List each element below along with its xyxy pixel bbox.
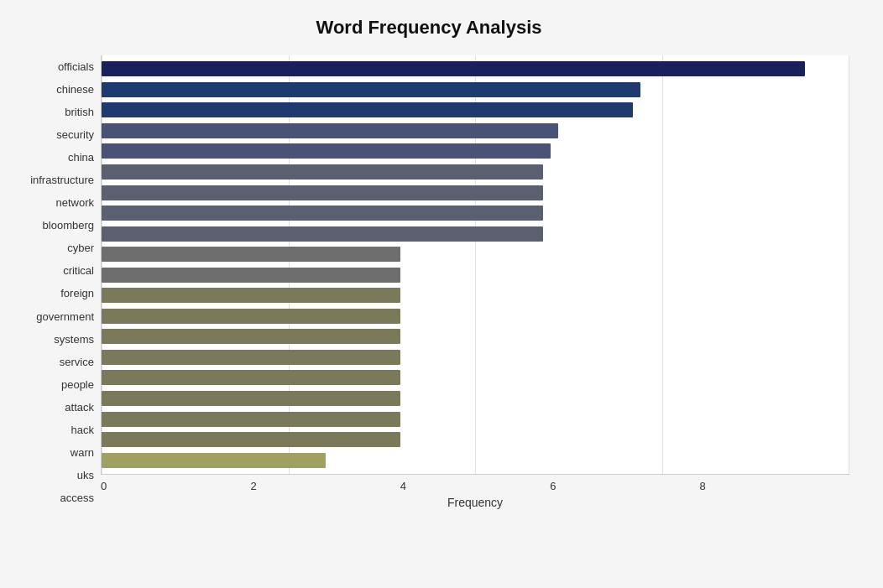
bar bbox=[102, 82, 640, 97]
bar-row bbox=[102, 451, 849, 470]
x-axis-labels: 02468 bbox=[101, 480, 849, 492]
grid-and-bars bbox=[101, 55, 849, 475]
bar-row bbox=[102, 348, 849, 367]
plot-area: 02468 Frequency bbox=[101, 55, 849, 509]
bar-row bbox=[102, 101, 849, 119]
bar bbox=[102, 453, 326, 468]
chart-container: Word Frequency Analysis officialschinese… bbox=[0, 0, 883, 588]
bar-row bbox=[102, 81, 849, 99]
y-label: people bbox=[8, 373, 94, 395]
y-label: officials bbox=[8, 56, 94, 78]
bar bbox=[102, 391, 400, 406]
bars-container bbox=[102, 55, 849, 474]
bar-row bbox=[102, 245, 849, 263]
bar-row bbox=[102, 163, 849, 181]
y-label: cyber bbox=[8, 237, 94, 259]
bar-row bbox=[102, 389, 849, 408]
y-labels: officialschinesebritishsecuritychinainfr… bbox=[8, 55, 101, 509]
y-label: bloomberg bbox=[8, 215, 94, 237]
bar-row bbox=[102, 204, 849, 222]
y-label: chinese bbox=[8, 79, 94, 101]
bar-row bbox=[102, 327, 849, 346]
y-label: warn bbox=[8, 441, 94, 463]
bar-row bbox=[102, 368, 849, 387]
bar bbox=[102, 370, 400, 385]
bar bbox=[102, 102, 633, 117]
y-label: uks bbox=[8, 464, 94, 486]
bar-row bbox=[102, 142, 849, 160]
bar bbox=[102, 309, 400, 324]
chart-title: Word Frequency Analysis bbox=[8, 17, 849, 39]
bar-row bbox=[102, 225, 849, 243]
y-label: network bbox=[8, 192, 94, 214]
bar-row bbox=[102, 307, 849, 325]
y-label: critical bbox=[8, 260, 94, 282]
bar bbox=[102, 329, 400, 344]
bar-row bbox=[102, 122, 849, 140]
x-axis-title: Frequency bbox=[101, 496, 849, 509]
y-label: china bbox=[8, 147, 94, 169]
bar-row bbox=[102, 286, 849, 304]
bar bbox=[102, 226, 543, 242]
bar bbox=[102, 123, 558, 138]
bar bbox=[102, 412, 400, 427]
bar bbox=[102, 185, 543, 200]
y-label: security bbox=[8, 124, 94, 146]
y-label: infrastructure bbox=[8, 169, 94, 191]
bar bbox=[102, 288, 400, 303]
bar bbox=[102, 432, 400, 447]
y-label: hack bbox=[8, 419, 94, 440]
x-axis-label: 6 bbox=[550, 480, 556, 492]
bar-row bbox=[102, 60, 849, 78]
bar-row bbox=[102, 410, 849, 429]
y-label: british bbox=[8, 101, 94, 123]
bar bbox=[102, 61, 805, 76]
bar-row bbox=[102, 266, 849, 284]
x-axis-label: 2 bbox=[250, 480, 256, 492]
bar bbox=[102, 247, 400, 262]
bar bbox=[102, 206, 543, 221]
chart-area: officialschinesebritishsecuritychinainfr… bbox=[8, 55, 849, 509]
y-label: attack bbox=[8, 396, 94, 418]
y-label: foreign bbox=[8, 283, 94, 304]
x-axis-label: 8 bbox=[700, 480, 706, 492]
y-label: systems bbox=[8, 328, 94, 350]
y-label: access bbox=[8, 487, 94, 508]
bar-row bbox=[102, 184, 849, 202]
bar-row bbox=[102, 430, 849, 449]
bar bbox=[102, 143, 551, 159]
x-axis-label: 0 bbox=[101, 480, 107, 492]
y-label: service bbox=[8, 351, 94, 372]
bar bbox=[102, 350, 400, 365]
bar bbox=[102, 164, 543, 180]
y-label: government bbox=[8, 305, 94, 327]
x-axis-label: 4 bbox=[400, 480, 406, 492]
bar bbox=[102, 268, 400, 283]
